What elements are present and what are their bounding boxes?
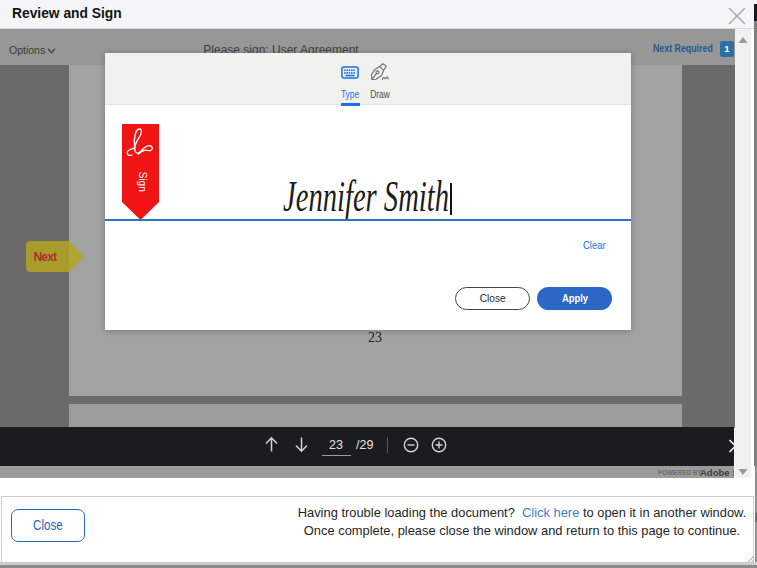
- svg-text:Next: Next: [34, 250, 58, 264]
- svg-text:Sign: Sign: [137, 172, 148, 192]
